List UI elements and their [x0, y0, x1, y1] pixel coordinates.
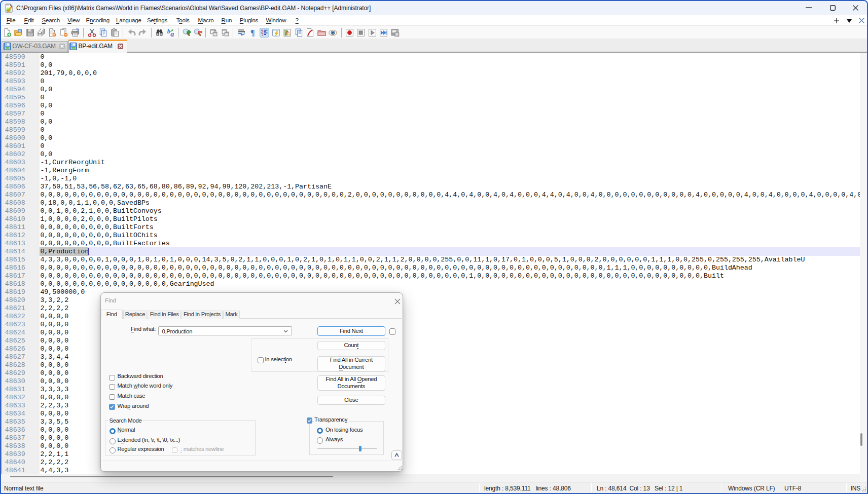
- svg-text:b: b: [167, 28, 170, 35]
- svg-text:¶: ¶: [250, 28, 255, 37]
